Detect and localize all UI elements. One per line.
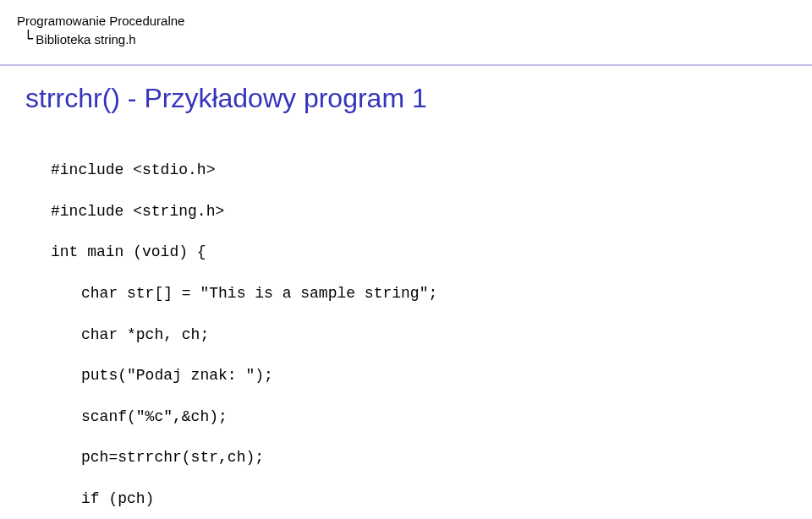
breadcrumb-sub: Biblioteka string.h bbox=[36, 32, 135, 46]
code-line: #include <string.h> bbox=[51, 201, 812, 221]
page-title: strrchr() - Przykładowy program 1 bbox=[0, 66, 812, 139]
code-line: char str[] = "This is a sample string"; bbox=[51, 283, 812, 303]
code-line: #include <stdio.h> bbox=[51, 160, 812, 180]
code-line: pch=strrchr(str,ch); bbox=[51, 447, 812, 467]
code-line: char *pch, ch; bbox=[51, 325, 812, 345]
code-line: puts("Podaj znak: "); bbox=[51, 365, 812, 385]
breadcrumb-corner-icon: └ bbox=[24, 31, 31, 46]
breadcrumb-sub-row: └ Biblioteka string.h bbox=[17, 31, 812, 47]
code-line: if (pch) bbox=[51, 489, 812, 509]
code-line: int main (void) { bbox=[51, 242, 812, 262]
breadcrumb: Programowanie Proceduralne └ Biblioteka … bbox=[0, 0, 812, 47]
code-block: #include <stdio.h> #include <string.h> i… bbox=[0, 139, 812, 519]
code-line: scanf("%c",&ch); bbox=[51, 407, 812, 427]
breadcrumb-top: Programowanie Proceduralne bbox=[17, 14, 812, 28]
